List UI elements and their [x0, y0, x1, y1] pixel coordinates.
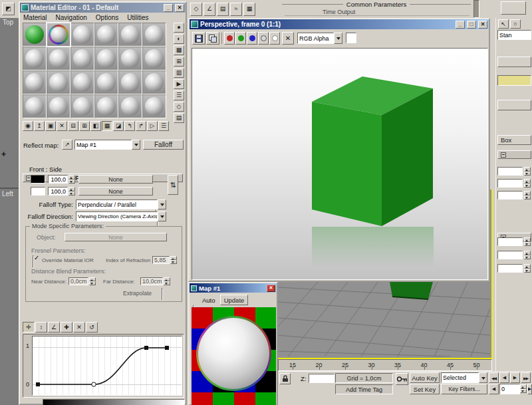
category-dropdown[interactable]: Stan: [497, 30, 531, 40]
video-preview-icon[interactable]: ▷: [147, 121, 158, 131]
side-amount-spinner[interactable]: [68, 187, 75, 196]
dropdown-arrow-icon[interactable]: [158, 211, 166, 221]
set-keys-button[interactable]: [396, 373, 408, 385]
panel-spinner[interactable]: [524, 237, 531, 246]
previous-key-button[interactable]: ◀: [489, 384, 499, 394]
go-to-start-button[interactable]: ◀◀: [489, 372, 499, 383]
put-to-library-icon[interactable]: ⊞: [79, 121, 90, 131]
close-button[interactable]: ✕: [175, 4, 184, 12]
render-canvas[interactable]: [192, 48, 488, 280]
add-point-icon[interactable]: ✚: [61, 322, 72, 333]
material-slot-8[interactable]: [70, 47, 94, 70]
panel-spinner[interactable]: [524, 167, 531, 176]
schematic-view-icon[interactable]: ▦: [243, 3, 255, 16]
menu-options[interactable]: Options: [96, 14, 118, 21]
maximize-button[interactable]: □: [467, 21, 476, 29]
side-amount-field[interactable]: 100,0: [48, 187, 68, 196]
alpha-channel-button[interactable]: [269, 32, 280, 45]
ior-spinner[interactable]: [170, 256, 177, 264]
go-to-parent-icon[interactable]: ↰: [124, 121, 135, 131]
front-amount-spinner[interactable]: [68, 175, 75, 184]
save-image-button[interactable]: [192, 32, 205, 45]
panel-spinner[interactable]: [524, 264, 531, 273]
green-channel-button[interactable]: [235, 32, 246, 45]
make-material-copy-icon[interactable]: ⊟: [68, 121, 78, 131]
menu-material[interactable]: Material: [23, 14, 47, 21]
material-slot-11[interactable]: [142, 47, 166, 70]
toolbar-icon-button[interactable]: ◩: [2, 3, 15, 15]
material-slot-23[interactable]: [142, 94, 166, 118]
dropdown-arrow-icon[interactable]: [132, 140, 140, 150]
falloff-direction-dropdown[interactable]: Viewing Direction (Camera Z-Axis): [76, 211, 166, 221]
set-key-button[interactable]: Set Key: [410, 384, 440, 394]
play-button[interactable]: ▶: [510, 372, 520, 383]
move-vertical-icon[interactable]: ↕: [35, 322, 47, 333]
panel-rollout[interactable]: [497, 150, 531, 159]
material-slot-21[interactable]: [94, 94, 118, 118]
viewport-label-top[interactable]: Top: [3, 19, 13, 26]
add-time-tag[interactable]: Add Time Tag: [335, 384, 393, 394]
front-map-button[interactable]: None: [78, 175, 153, 184]
reset-map-icon[interactable]: ✕: [57, 121, 67, 131]
align-icon[interactable]: ∠: [203, 3, 215, 16]
near-distance-spinner[interactable]: [89, 277, 96, 285]
far-distance-field[interactable]: 10,0cm: [140, 277, 163, 285]
sample-uv-tiling-icon[interactable]: ⊞: [174, 57, 184, 67]
material-slot-16[interactable]: [118, 70, 142, 94]
minimize-button[interactable]: _: [456, 21, 465, 29]
material-slot-18[interactable]: [23, 94, 47, 118]
dropdown-arrow-icon[interactable]: [158, 200, 166, 209]
far-distance-spinner[interactable]: [164, 277, 170, 285]
ior-field[interactable]: 5,85: [152, 256, 170, 264]
swap-colors-button[interactable]: ⇅: [168, 175, 178, 195]
z-coordinate-field[interactable]: [309, 374, 334, 383]
curve-plot-area[interactable]: [32, 336, 182, 396]
panel-button[interactable]: [497, 100, 531, 110]
dropdown-arrow-icon[interactable]: [479, 372, 487, 383]
update-button[interactable]: Update: [220, 295, 248, 305]
close-button[interactable]: ✕: [267, 285, 275, 292]
panel-value-field[interactable]: [497, 251, 523, 259]
panel-spinner[interactable]: [524, 251, 531, 259]
go-forward-to-sibling-icon[interactable]: ↱: [136, 121, 146, 131]
close-button[interactable]: ✕: [478, 21, 487, 29]
blue-channel-button[interactable]: [247, 32, 257, 45]
sample-type-sphere-icon[interactable]: ●: [174, 23, 184, 33]
panel-tab-modify-icon[interactable]: ○: [510, 19, 521, 29]
material-map-navigator-icon[interactable]: ▤: [174, 113, 184, 123]
viewport-left-strip[interactable]: Top + Left: [0, 18, 20, 405]
material-slot-4[interactable]: [118, 23, 142, 47]
video-color-check-icon[interactable]: ▥: [174, 68, 184, 78]
key-filters-button[interactable]: Key Filters...: [441, 384, 487, 394]
material-slot-9[interactable]: [94, 47, 118, 70]
panel-spinner[interactable]: [524, 191, 531, 200]
toolbar-button[interactable]: [501, 1, 526, 15]
material-slot-2[interactable]: [70, 23, 94, 47]
panel-spinner[interactable]: [524, 179, 531, 188]
reset-curve-icon[interactable]: ↺: [86, 322, 98, 333]
menu-utilities[interactable]: Utilities: [127, 14, 148, 21]
layer-manager-icon[interactable]: ▤: [217, 3, 229, 16]
material-slot-13[interactable]: [47, 70, 70, 94]
assign-material-to-selection-icon[interactable]: ▣: [45, 121, 56, 131]
panel-button-active[interactable]: [497, 75, 531, 86]
panel-value-field[interactable]: [497, 264, 523, 273]
dropdown-arrow-icon[interactable]: [334, 33, 342, 44]
show-map-in-viewport-icon[interactable]: ▦: [102, 121, 112, 131]
background-color-swatch[interactable]: [346, 33, 356, 43]
clear-button[interactable]: ✕: [282, 32, 294, 45]
show-end-result-icon[interactable]: ◪: [113, 121, 124, 131]
material-editor-titlebar[interactable]: Material Editor - 01 - Default _ ✕: [20, 3, 186, 13]
viewport-label-left[interactable]: Left: [2, 190, 13, 198]
material-slot-17[interactable]: [142, 70, 166, 94]
current-frame-field[interactable]: 0: [499, 384, 520, 394]
minimize-button[interactable]: _: [164, 4, 173, 12]
dialog-scrollbar[interactable]: [473, 0, 479, 18]
get-material-icon[interactable]: ◉: [23, 121, 33, 131]
map-type-button[interactable]: Falloff: [143, 140, 184, 150]
next-key-button[interactable]: ▶: [527, 384, 532, 394]
make-preview-icon[interactable]: ▶: [174, 79, 184, 89]
front-amount-field[interactable]: 100,0: [48, 175, 68, 184]
frame-spinner[interactable]: [520, 384, 527, 393]
curve-editor-icon[interactable]: ≈: [230, 3, 242, 16]
